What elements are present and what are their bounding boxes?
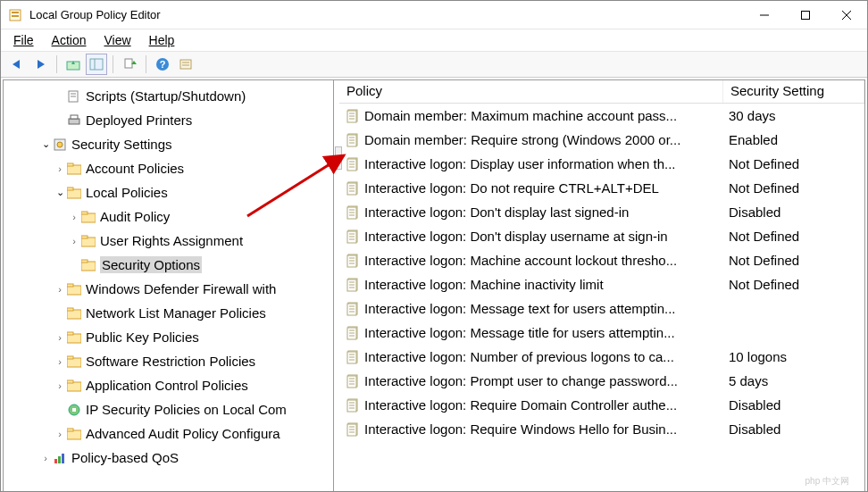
toolbar: ? — [1, 51, 867, 78]
tree-item[interactable]: ›Policy-based QoS — [4, 446, 333, 470]
tree-item[interactable]: ›Account Policies — [4, 156, 333, 180]
policy-row[interactable]: Interactive logon: Do not require CTRL+A… — [339, 176, 864, 200]
tree-item[interactable]: Network List Manager Policies — [4, 301, 333, 325]
tree-item-label: Policy-based QoS — [71, 450, 179, 465]
toolbar-divider — [56, 55, 57, 73]
policy-row[interactable]: Interactive logon: Require Windows Hello… — [339, 417, 864, 441]
list-pane: Policy Security Setting Domain member: M… — [339, 80, 864, 492]
list-body[interactable]: Domain member: Maximum machine account p… — [339, 104, 864, 492]
chevron-right-icon[interactable]: › — [39, 453, 52, 463]
policy-row[interactable]: Interactive logon: Machine inactivity li… — [339, 272, 864, 296]
svg-rect-32 — [81, 212, 88, 214]
tree-item[interactable]: ⌄Local Policies — [4, 180, 333, 204]
menu-view[interactable]: View — [96, 31, 138, 49]
tree-item-label: IP Security Policies on Local Com — [86, 402, 287, 417]
policy-name: Interactive logon: Don't display last si… — [364, 204, 723, 220]
folder-icon — [80, 258, 96, 272]
policy-icon — [346, 422, 361, 437]
policy-name: Interactive logon: Don't display usernam… — [364, 229, 723, 244]
policy-row[interactable]: Interactive logon: Machine account locko… — [339, 248, 864, 272]
policy-icon — [346, 109, 361, 123]
show-hide-tree-button[interactable] — [86, 54, 107, 75]
app-icon — [8, 8, 22, 22]
policy-name: Interactive logon: Machine inactivity li… — [364, 277, 723, 292]
main-area: Scripts (Startup/Shutdown)Deployed Print… — [3, 79, 865, 492]
tree-item[interactable]: ⌄Security Settings — [4, 132, 333, 156]
svg-rect-46 — [67, 380, 73, 383]
chevron-down-icon[interactable]: ⌄ — [54, 187, 66, 198]
help-button[interactable]: ? — [152, 54, 173, 75]
export-button[interactable] — [119, 54, 140, 75]
tree-item-label: Application Control Policies — [86, 378, 248, 393]
properties-button[interactable] — [175, 54, 196, 75]
policy-setting: Not Defined — [723, 180, 799, 196]
policy-icon — [346, 326, 361, 340]
forward-button[interactable] — [29, 54, 51, 75]
svg-rect-53 — [62, 454, 64, 463]
chevron-right-icon[interactable]: › — [68, 236, 80, 246]
policy-name: Interactive logon: Do not require CTRL+A… — [364, 180, 723, 196]
menu-file[interactable]: File — [6, 31, 41, 49]
tree-item[interactable]: ›Advanced Audit Policy Configura — [4, 421, 333, 446]
policy-row[interactable]: Interactive logon: Prompt user to change… — [339, 369, 864, 393]
policy-row[interactable]: Interactive logon: Display user informat… — [339, 152, 864, 176]
svg-rect-36 — [81, 260, 88, 263]
close-button[interactable] — [826, 1, 867, 29]
tree-item[interactable]: ›Windows Defender Firewall with — [4, 277, 333, 301]
tree-item[interactable]: ›User Rights Assignment — [4, 229, 333, 253]
minimize-button[interactable] — [744, 1, 785, 29]
chevron-right-icon[interactable]: › — [54, 429, 66, 439]
folder-icon — [66, 427, 82, 441]
menu-action[interactable]: Action — [45, 31, 94, 49]
tree-item[interactable]: ›Application Control Policies — [4, 373, 333, 397]
up-level-button[interactable] — [63, 54, 84, 75]
chevron-right-icon[interactable]: › — [54, 332, 66, 343]
tree-item-label: Audit Policy — [100, 209, 170, 224]
policy-icon — [346, 157, 361, 171]
policy-setting: Disabled — [723, 204, 780, 220]
tree-item[interactable]: Deployed Printers — [4, 108, 333, 132]
policy-row[interactable]: Interactive logon: Message text for user… — [339, 296, 864, 321]
policy-row[interactable]: Interactive logon: Number of previous lo… — [339, 345, 864, 369]
menu-help[interactable]: Help — [142, 31, 182, 49]
svg-marker-8 — [38, 60, 45, 69]
maximize-button[interactable] — [785, 1, 826, 29]
svg-rect-28 — [67, 163, 73, 166]
tree[interactable]: Scripts (Startup/Shutdown)Deployed Print… — [4, 80, 333, 473]
policy-setting: 30 days — [723, 108, 776, 123]
column-header-setting[interactable]: Security Setting — [723, 80, 864, 103]
chevron-right-icon[interactable]: › — [54, 356, 66, 367]
policy-row[interactable]: Domain member: Maximum machine account p… — [339, 104, 864, 128]
chevron-right-icon[interactable]: › — [54, 284, 66, 295]
column-header-policy[interactable]: Policy — [339, 80, 723, 103]
chevron-down-icon[interactable]: ⌄ — [39, 138, 52, 150]
tree-item[interactable]: Scripts (Startup/Shutdown) — [4, 84, 333, 108]
tree-item[interactable]: ›Public Key Policies — [4, 325, 333, 349]
svg-rect-24 — [71, 115, 78, 119]
policy-icon — [346, 229, 361, 244]
policy-row[interactable]: Domain member: Require strong (Windows 2… — [339, 128, 864, 152]
policy-name: Interactive logon: Number of previous lo… — [364, 349, 723, 364]
tree-item[interactable]: Security Options — [4, 253, 333, 277]
chevron-right-icon[interactable]: › — [54, 380, 66, 391]
tree-item-label: Public Key Policies — [86, 329, 199, 345]
policy-icon — [346, 374, 361, 388]
chevron-right-icon[interactable]: › — [54, 163, 66, 174]
pane-splitter[interactable] — [334, 80, 339, 492]
svg-rect-40 — [67, 308, 73, 311]
policy-setting: Not Defined — [723, 253, 799, 268]
svg-marker-7 — [13, 60, 20, 69]
tree-item[interactable]: ›Software Restriction Policies — [4, 349, 333, 373]
policy-row[interactable]: Interactive logon: Message title for use… — [339, 321, 864, 345]
chevron-right-icon[interactable]: › — [68, 212, 80, 222]
folder-icon — [66, 354, 82, 369]
folder-icon — [80, 234, 96, 248]
policy-row[interactable]: Interactive logon: Don't display last si… — [339, 200, 864, 224]
back-button[interactable] — [6, 54, 28, 75]
policy-row[interactable]: Interactive logon: Require Domain Contro… — [339, 393, 864, 417]
security-icon — [52, 138, 68, 152]
tree-item[interactable]: IP Security Policies on Local Com — [4, 397, 333, 421]
svg-rect-34 — [81, 236, 88, 238]
policy-row[interactable]: Interactive logon: Don't display usernam… — [339, 224, 864, 248]
tree-item[interactable]: ›Audit Policy — [4, 204, 333, 229]
